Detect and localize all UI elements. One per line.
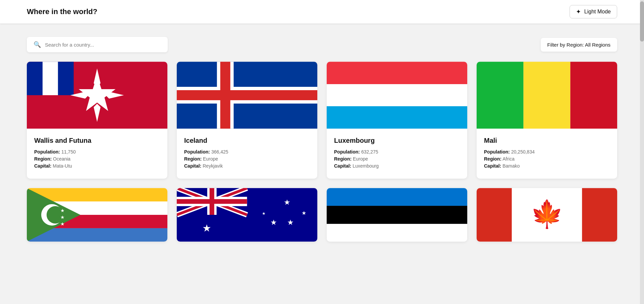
country-card-estonia-partial[interactable] (327, 188, 467, 242)
capital-label: Capital: (484, 163, 501, 169)
population-row: Population: 11,750 (34, 149, 160, 155)
flag-australia-partial: ★ ★ ★ ★ ★ ★ (177, 188, 317, 242)
svg-text:★: ★ (302, 210, 306, 216)
capital-value: Mata-Utu (53, 163, 72, 169)
flag-canada-partial: 🍁 (477, 188, 617, 242)
svg-rect-16 (524, 62, 571, 129)
country-details: Population: 11,750 Region: Oceania Capit… (34, 149, 160, 169)
card-info-wallis-futuna: Wallis and Futuna Population: 11,750 Reg… (27, 129, 167, 179)
main-content: 🔍 Filter by Region: All Regions (0, 23, 644, 255)
region-label: Region: (484, 156, 501, 162)
light-mode-label: Light Mode (584, 9, 611, 15)
filter-region-dropdown[interactable]: Filter by Region: All Regions (541, 38, 617, 52)
region-row: Region: Oceania (34, 156, 160, 162)
region-label: Region: (184, 156, 202, 162)
capital-value: Luxembourg (353, 163, 379, 169)
capital-value: Bamako (502, 163, 520, 169)
country-card-mali[interactable]: Mali Population: 20,250,834 Region: Afri… (477, 62, 617, 179)
sun-icon: ✦ (576, 8, 581, 15)
population-row: Population: 632,275 (334, 149, 460, 155)
svg-text:★: ★ (60, 208, 65, 213)
svg-text:★: ★ (202, 223, 211, 234)
capital-row: Capital: Bamako (484, 163, 610, 169)
population-value: 20,250,834 (511, 149, 535, 155)
svg-rect-46 (327, 206, 467, 224)
flag-mali (477, 62, 617, 129)
population-value: 632,275 (361, 149, 378, 155)
svg-rect-14 (327, 106, 467, 129)
region-value: Europe (203, 156, 218, 162)
light-mode-button[interactable]: ✦ Light Mode (570, 5, 617, 18)
country-cards-grid: Wallis and Futuna Population: 11,750 Reg… (27, 62, 617, 179)
country-details: Population: 366,425 Region: Europe Capit… (184, 149, 310, 169)
svg-rect-38 (177, 199, 247, 204)
population-label: Population: (334, 149, 360, 155)
capital-row: Capital: Luxembourg (334, 163, 460, 169)
population-label: Population: (184, 149, 210, 155)
country-card-luxembourg[interactable]: Luxembourg Population: 632,275 Region: E… (327, 62, 467, 179)
capital-value: Reykjavik (203, 163, 223, 169)
app-title: Where in the world? (27, 7, 97, 16)
svg-text:★: ★ (270, 218, 277, 227)
scrollbar-thumb[interactable] (640, 1, 644, 42)
region-value: Europe (353, 156, 368, 162)
capital-row: Capital: Mata-Utu (34, 163, 160, 169)
app-header: Where in the world? ✦ Light Mode (0, 0, 644, 23)
search-container: 🔍 (27, 37, 168, 52)
flag-estonia-partial (327, 188, 467, 242)
card-info-luxembourg: Luxembourg Population: 632,275 Region: E… (327, 129, 467, 179)
svg-rect-12 (327, 62, 467, 84)
svg-rect-17 (570, 62, 617, 129)
country-name: Iceland (184, 137, 310, 144)
region-label: Region: (334, 156, 352, 162)
country-card-iceland[interactable]: Iceland Population: 366,425 Region: Euro… (177, 62, 317, 179)
capital-label: Capital: (184, 163, 201, 169)
population-label: Population: (484, 149, 510, 155)
country-card-wallis-futuna[interactable]: Wallis and Futuna Population: 11,750 Reg… (27, 62, 167, 179)
search-icon: 🔍 (34, 41, 41, 48)
country-details: Population: 20,250,834 Region: Africa Ca… (484, 149, 610, 169)
svg-text:★: ★ (60, 221, 65, 227)
flag-wallis-futuna (27, 62, 167, 129)
country-card-canada-partial[interactable]: 🍁 (477, 188, 617, 242)
svg-rect-45 (327, 188, 467, 206)
card-info-iceland: Iceland Population: 366,425 Region: Euro… (177, 129, 317, 179)
scrollbar-track[interactable] (640, 0, 644, 304)
region-row: Region: Africa (484, 156, 610, 162)
region-row: Region: Europe (184, 156, 310, 162)
svg-rect-50 (582, 188, 617, 242)
svg-rect-11 (177, 90, 317, 100)
country-card-australia-partial[interactable]: ★ ★ ★ ★ ★ ★ (177, 188, 317, 242)
region-row: Region: Europe (334, 156, 460, 162)
svg-text:🍁: 🍁 (530, 198, 564, 230)
capital-label: Capital: (34, 163, 51, 169)
region-value: Oceania (53, 156, 70, 162)
country-card-comoros-partial[interactable]: ★ ★ ★ ★ (27, 188, 167, 242)
search-input[interactable] (45, 42, 161, 48)
svg-text:★: ★ (284, 198, 290, 206)
partial-cards-row: ★ ★ ★ ★ (27, 188, 617, 242)
flag-iceland (177, 62, 317, 129)
svg-rect-47 (327, 224, 467, 242)
svg-text:★: ★ (60, 201, 65, 206)
svg-text:★: ★ (287, 218, 294, 227)
svg-rect-2 (43, 62, 58, 95)
flag-luxembourg (327, 62, 467, 129)
population-value: 366,425 (211, 149, 228, 155)
population-row: Population: 20,250,834 (484, 149, 610, 155)
country-details: Population: 632,275 Region: Europe Capit… (334, 149, 460, 169)
population-label: Population: (34, 149, 60, 155)
population-value: 11,750 (61, 149, 76, 155)
capital-row: Capital: Reykjavik (184, 163, 310, 169)
svg-rect-15 (477, 62, 524, 129)
controls-bar: 🔍 Filter by Region: All Regions (27, 37, 617, 52)
svg-text:★: ★ (60, 215, 65, 220)
capital-label: Capital: (334, 163, 351, 169)
country-name: Mali (484, 137, 610, 144)
country-name: Luxembourg (334, 137, 460, 144)
svg-rect-13 (327, 84, 467, 106)
population-row: Population: 366,425 (184, 149, 310, 155)
country-name: Wallis and Futuna (34, 137, 160, 144)
flag-comoros-partial: ★ ★ ★ ★ (27, 188, 167, 242)
svg-rect-49 (477, 188, 512, 242)
